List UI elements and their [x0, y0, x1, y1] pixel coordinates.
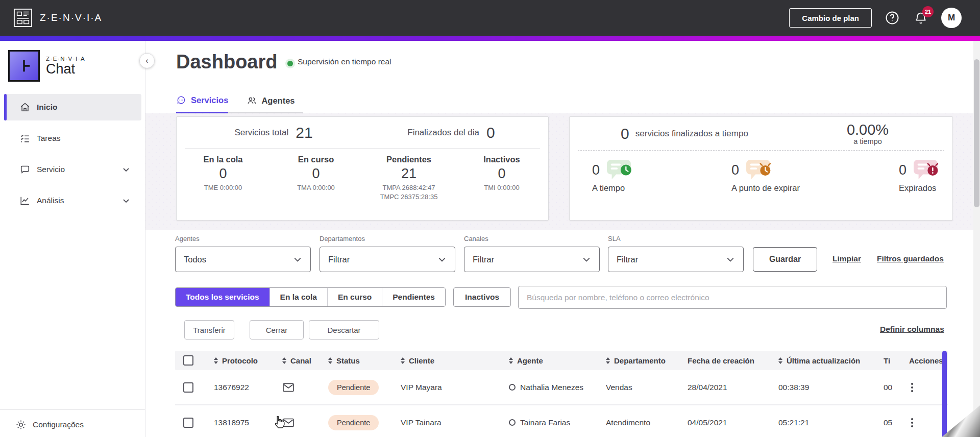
sidebar-item-configuracoes[interactable]: Configurações — [0, 410, 145, 437]
row-actions-menu[interactable] — [909, 381, 915, 394]
departments-select[interactable]: Filtrar — [320, 247, 455, 272]
saved-filters-link[interactable]: Filtros guardados — [877, 254, 944, 263]
table-row: 13818975 Pendiente VIP Tainara Tainara F… — [175, 405, 948, 437]
sidebar-item-analisis[interactable]: Análisis — [4, 187, 141, 214]
stat-en-la-cola: En la cola 0 TME 0:00:00 — [177, 155, 270, 202]
select-all-checkbox[interactable] — [183, 355, 193, 366]
filter-channels: Canales Filtrar — [464, 235, 600, 272]
notifications-button[interactable]: 21 — [913, 10, 929, 26]
cell-agente: Tainara Farias — [507, 418, 604, 427]
agent-status-icon — [509, 419, 516, 426]
clear-filters-link[interactable]: Limpiar — [832, 254, 861, 263]
col-tiempo[interactable]: Ti — [884, 356, 898, 365]
cell-ultima: 05:21:21 — [776, 418, 884, 427]
col-departamento[interactable]: Departamento — [604, 356, 685, 365]
sidebar-item-label: Análisis — [37, 196, 64, 205]
services-total-value: 21 — [296, 124, 312, 141]
cell-departamento: Vendas — [604, 383, 685, 392]
col-protocolo[interactable]: Protocolo — [204, 356, 279, 365]
sidebar-item-servicio[interactable]: Servicio — [4, 156, 141, 183]
sort-icon — [606, 357, 610, 364]
cell-ultima: 00:38:39 — [776, 383, 884, 392]
transfer-button[interactable]: Transferir — [184, 320, 234, 339]
finished-today-value: 0 — [486, 124, 495, 141]
agents-select-value: Todos — [184, 255, 206, 264]
change-plan-button[interactable]: Cambio de plan — [789, 8, 872, 28]
segment-pendientes[interactable]: Pendientes — [382, 288, 445, 306]
filter-departments: Departamentos Filtrar — [320, 235, 455, 272]
agents-select[interactable]: Todos — [175, 247, 311, 272]
logo-product-text: Chat — [46, 62, 85, 76]
table-scrollbar-thumb[interactable] — [942, 351, 947, 437]
col-canal[interactable]: Canal — [279, 356, 326, 365]
agent-status-icon — [509, 384, 516, 391]
brand-text: Z·E·N·V·I·A — [40, 12, 102, 23]
finished-today-label: Finalizados del dia — [407, 128, 479, 138]
col-agente[interactable]: Agente — [507, 356, 604, 365]
chevron-down-icon — [726, 255, 735, 264]
departments-select-value: Filtrar — [328, 255, 350, 264]
product-logo: Z·E·N·V·I·A Chat — [8, 50, 85, 82]
sidebar-item-tareas[interactable]: Tareas — [4, 125, 141, 152]
col-status[interactable]: Status — [326, 356, 391, 365]
segment-en-la-cola[interactable]: En la cola — [270, 288, 327, 306]
close-button[interactable]: Cerrar — [250, 320, 304, 339]
sidebar-item-label: Tareas — [37, 134, 61, 143]
zenvia-chat-mark — [8, 50, 40, 82]
stat-inactivos: Inactivos 0 TMI 0:00:00 — [455, 155, 548, 202]
sidebar-collapse-button[interactable]: ‹ — [139, 53, 155, 68]
sla-percent-block: 0.00% a tiempo — [791, 122, 944, 145]
help-button[interactable] — [884, 10, 900, 26]
window-scrollbar[interactable] — [973, 41, 980, 437]
col-fecha-creacion[interactable]: Fecha de creación — [685, 356, 776, 365]
tab-servicios[interactable]: Servicios — [176, 95, 228, 113]
sla-finished-label: servicios finalizados a tiempo — [635, 129, 748, 139]
cell-canal[interactable] — [279, 382, 326, 393]
zenvia-chat-app: Z·E·N·V·I·A Cambio de plan 21 M — [0, 0, 980, 437]
tab-agentes[interactable]: Agentes — [247, 95, 295, 112]
window-scrollbar-thumb[interactable] — [974, 59, 979, 207]
tasks-icon — [19, 133, 31, 144]
email-channel-icon — [282, 382, 295, 393]
sla-card: 0 servicios finalizados a tiempo 0.00% a… — [569, 116, 953, 221]
sidebar-item-label: Servicio — [37, 165, 65, 174]
home-icon — [19, 102, 31, 113]
sidebar-footer: Configurações — [0, 409, 145, 437]
cell-canal[interactable] — [279, 418, 326, 428]
col-ultima-actualizacion[interactable]: Última actualización — [776, 356, 884, 365]
user-avatar[interactable]: M — [941, 8, 962, 28]
sort-icon — [328, 357, 332, 364]
chat-bubble-icon — [19, 164, 31, 175]
channels-select[interactable]: Filtrar — [464, 247, 600, 272]
cell-fecha: 28/04/2021 — [685, 383, 776, 392]
segment-inactivos[interactable]: Inactivos — [453, 287, 511, 307]
col-cliente[interactable]: Cliente — [391, 356, 507, 365]
save-filters-button[interactable]: Guardar — [753, 247, 817, 272]
sla-expired: 0 Expirados — [899, 159, 939, 193]
col-acciones: Acciones — [898, 356, 938, 365]
people-icon — [247, 95, 257, 106]
cell-cliente: VIP Tainara — [391, 418, 507, 427]
row-actions-menu[interactable] — [909, 416, 915, 429]
filter-agents-label: Agentes — [175, 235, 311, 242]
sla-select-value: Filtrar — [617, 255, 638, 264]
sla-select[interactable]: Filtrar — [608, 247, 744, 272]
define-columns-link[interactable]: Definir columnas — [880, 325, 944, 334]
search-input[interactable] — [518, 286, 947, 309]
sla-percent-value: 0.00% — [791, 122, 944, 138]
table-row: 13676922 Pendiente VIP Mayara Nathalia M… — [175, 370, 948, 405]
chat-mark-glyph — [14, 56, 34, 76]
segment-en-curso[interactable]: En curso — [327, 288, 382, 306]
expiring-bubble-alarm-icon — [744, 159, 772, 181]
row-checkbox[interactable] — [183, 382, 193, 393]
filter-sla: SLA Filtrar — [608, 235, 744, 272]
cell-tiempo: 05 — [884, 418, 898, 427]
sort-icon — [401, 357, 405, 364]
services-total-label: Servicios total — [234, 128, 288, 138]
discard-button[interactable]: Descartar — [309, 320, 379, 339]
live-status-label: Supervisión en tiempo real — [298, 57, 391, 66]
row-checkbox[interactable] — [183, 418, 193, 428]
sidebar-item-inicio[interactable]: Inicio — [4, 94, 141, 120]
expired-bubble-alarm-icon — [912, 159, 939, 181]
segment-todos-los-servicios[interactable]: Todos los servicios — [176, 288, 270, 306]
